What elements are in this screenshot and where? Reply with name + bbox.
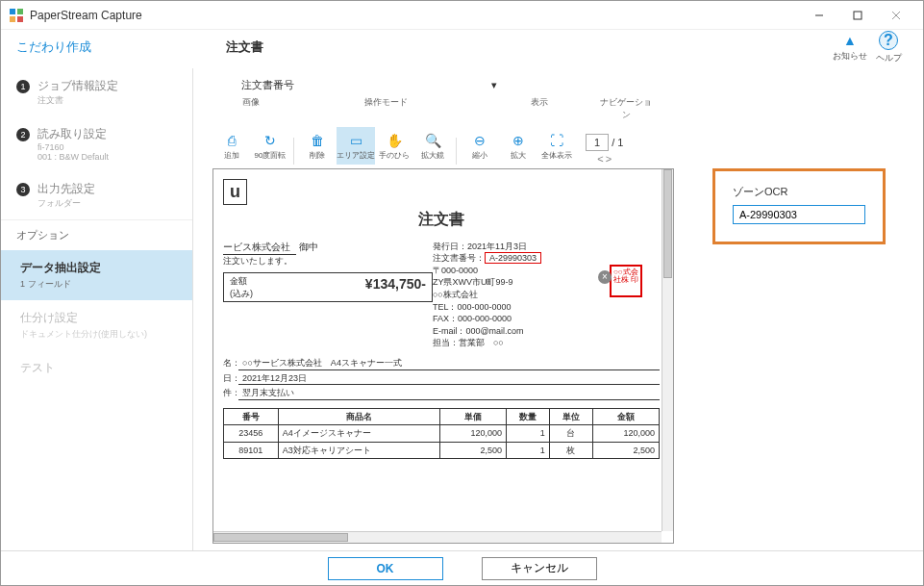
option-label: 仕分け設定 — [20, 311, 78, 324]
toolbar-group-view: 表示 — [482, 96, 597, 121]
trash-icon: 🗑 — [298, 131, 337, 150]
preview-scroll-h[interactable] — [213, 531, 662, 543]
doc-details: 名：○○サービス株式会社 A4スキャナー一式 日：2021年12月23日 件：翌… — [223, 357, 660, 400]
notify-label: お知らせ — [831, 50, 869, 63]
app-title: PaperStream Capture — [30, 9, 800, 22]
toolbar: 画像 操作モード 表示 ナビゲーション ⎙追加 ↻90度面転 🗑削除 ▭エリア設… — [212, 96, 904, 165]
option-test[interactable]: テスト — [1, 350, 192, 386]
table-row: 23456A4イメージスキャナー120,0001台120,000 — [224, 425, 660, 443]
titlebar: PaperStream Capture — [1, 1, 923, 30]
step-scan-settings[interactable]: 2読み取り設定 fi-7160 001 : B&W Default — [1, 116, 192, 171]
cancel-button[interactable]: キャンセル — [482, 557, 597, 580]
close-icon — [891, 11, 901, 20]
help-button[interactable]: ? ヘルプ — [869, 31, 908, 64]
main: 注文書番号 ▾ 画像 操作モード 表示 ナビゲーション ⎙追加 ↻90度面転 🗑… — [193, 68, 923, 550]
zone-ocr-label: ゾーンOCR — [733, 185, 865, 199]
toolbar-group-image: 画像 — [212, 96, 289, 121]
tool-delete-button[interactable]: 🗑削除 — [298, 127, 337, 165]
step-output-settings[interactable]: 3出力先設定 フォルダー — [1, 171, 192, 219]
footer: OK キャンセル — [1, 550, 923, 585]
doc-order-number-zone[interactable]: A-29990303 — [485, 252, 541, 264]
option-data-extract[interactable]: データ抽出設定 1 フィールド — [1, 250, 192, 300]
step-sublabel: 注文書 — [37, 94, 177, 107]
magnifier-icon: 🔍 — [413, 131, 452, 150]
sidebar: 1ジョブ情報設定 注文書 2読み取り設定 fi-7160 001 : B&W D… — [1, 68, 193, 550]
help-icon: ? — [879, 31, 898, 50]
option-label: データ抽出設定 — [20, 261, 101, 274]
doc-vendor: ービス株式会社 — [223, 241, 296, 255]
step-label: ジョブ情報設定 — [37, 79, 118, 92]
svg-rect-2 — [10, 16, 15, 22]
zone-close-icon[interactable]: × — [598, 270, 612, 284]
tool-zoom-button[interactable]: 🔍拡大鏡 — [413, 127, 452, 165]
doc-title: 注文書 — [223, 209, 660, 230]
option-label: テスト — [20, 361, 55, 374]
mode-label[interactable]: こだわり作成 — [16, 38, 91, 56]
toolbar-group-nav: ナビゲーション — [597, 96, 655, 121]
tool-add-button[interactable]: ⎙追加 — [212, 127, 251, 165]
step-job-info[interactable]: 1ジョブ情報設定 注文書 — [1, 68, 192, 116]
field-selector-row: 注文書番号 ▾ — [212, 74, 904, 96]
zone-ocr-input[interactable] — [733, 205, 865, 224]
close-button[interactable] — [877, 1, 915, 30]
step-label: 読み取り設定 — [37, 127, 107, 140]
option-separation[interactable]: 仕分け設定 ドキュメント仕分け(使用しない) — [1, 300, 192, 350]
minimize-button[interactable] — [800, 1, 838, 30]
doc-logo: u — [223, 179, 247, 205]
step-label: 出力先設定 — [37, 182, 95, 195]
doc-order-note: 注文いたします。 — [223, 255, 433, 268]
step-number-icon: 2 — [16, 128, 30, 141]
zone-ocr-panel: ゾーンOCR — [712, 168, 886, 244]
minimize-icon — [814, 11, 824, 20]
tool-fit-button[interactable]: ⛶全体表示 — [537, 127, 576, 165]
rotate-icon: ↻ — [251, 131, 289, 150]
right-panel: ゾーンOCR — [712, 168, 886, 544]
toolbar-group-mode: 操作モード — [328, 96, 443, 121]
page-navigator: 1 / 1 <> — [586, 134, 623, 165]
step-sublabel: fi-7160 001 : B&W Default — [37, 142, 177, 162]
step-sublabel: フォルダー — [37, 197, 177, 210]
doc-items-table: 番号商品名単価数量単位金額 23456A4イメージスキャナー120,0001台1… — [223, 408, 660, 460]
header: こだわり作成 注文書 ▲ お知らせ ? ヘルプ — [1, 30, 923, 64]
scanned-document: u 注文書 ービス株式会社 御中 注文いたします。 金額(込み) ¥134,75… — [213, 169, 673, 469]
maximize-button[interactable] — [838, 1, 877, 30]
hand-icon: ✋ — [375, 131, 413, 150]
tool-area-button[interactable]: ▭エリア設定 — [337, 127, 375, 165]
stamp-icon: ○○式会社株 印 — [610, 265, 642, 297]
svg-rect-5 — [854, 12, 862, 19]
document-preview[interactable]: u 注文書 ービス株式会社 御中 注文いたします。 金額(込み) ¥134,75… — [212, 168, 674, 544]
table-row: 89101A3対応キャリアシート2,5001枚2,500 — [224, 442, 660, 459]
svg-rect-0 — [10, 9, 15, 14]
nav-next-icon[interactable]: > — [606, 153, 612, 165]
step-number-icon: 1 — [16, 80, 30, 93]
nav-current-page[interactable]: 1 — [586, 134, 609, 151]
area-select-icon: ▭ — [337, 131, 375, 150]
maximize-icon — [853, 11, 862, 20]
nav-prev-icon[interactable]: < — [597, 153, 603, 165]
fit-icon: ⛶ — [537, 131, 576, 150]
doc-issue-date: 2021年11月3日 — [467, 242, 527, 251]
preview-scroll-v[interactable] — [662, 169, 673, 531]
doc-total: 金額(込み) ¥134,750- — [223, 272, 433, 302]
tool-rotate-button[interactable]: ↻90度面転 — [251, 127, 289, 165]
zoom-out-icon: ⊖ — [461, 131, 499, 150]
dropdown-caret-icon[interactable]: ▾ — [491, 79, 497, 91]
ok-button[interactable]: OK — [328, 557, 443, 580]
option-sublabel: ドキュメント仕分け(使用しない) — [20, 328, 173, 341]
option-sublabel: 1 フィールド — [20, 278, 173, 291]
tool-zoomin-button[interactable]: ⊕拡大 — [499, 127, 537, 165]
help-label: ヘルプ — [869, 52, 908, 64]
tool-zoomout-button[interactable]: ⊖縮小 — [461, 127, 499, 165]
svg-rect-3 — [17, 16, 23, 22]
notify-button[interactable]: ▲ お知らせ — [831, 33, 869, 63]
svg-rect-1 — [17, 9, 23, 14]
option-header: オプション — [1, 219, 192, 250]
notify-icon: ▲ — [843, 33, 857, 48]
add-page-icon: ⎙ — [212, 131, 251, 150]
app-logo-icon — [9, 8, 24, 23]
step-number-icon: 3 — [16, 183, 30, 196]
nav-total-pages: 1 — [617, 137, 623, 148]
field-name-label[interactable]: 注文書番号 — [241, 78, 357, 92]
job-title: 注文書 — [226, 38, 263, 56]
tool-hand-button[interactable]: ✋手のひら — [375, 127, 413, 165]
